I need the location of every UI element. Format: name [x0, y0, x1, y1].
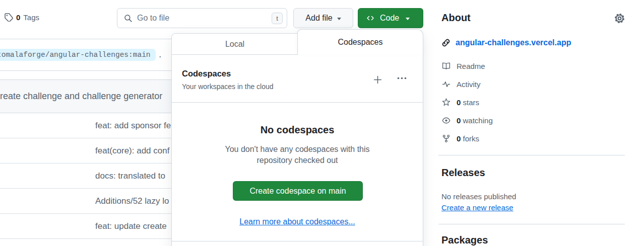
add-file-button[interactable]: Add file	[293, 8, 353, 28]
releases-title: Releases	[441, 167, 485, 179]
tab-codespaces[interactable]: Codespaces	[297, 29, 423, 54]
chevron-down-icon	[406, 18, 410, 20]
divider	[172, 241, 423, 241]
repo-website-link[interactable]: angular-challenges.vercel.app	[441, 38, 571, 47]
empty-state-description: You don't have any codespaces with this …	[217, 144, 378, 166]
divider	[438, 224, 625, 224]
readme-item[interactable]: Readme	[441, 57, 625, 75]
add-file-label: Add file	[305, 14, 332, 23]
fork-icon	[441, 134, 450, 143]
search-icon	[124, 14, 133, 23]
code-button[interactable]: Code	[358, 8, 423, 28]
pulse-icon	[441, 80, 450, 89]
code-dropdown-panel: Local Codespaces Your workspaces in the …	[171, 33, 423, 246]
tag-icon	[4, 13, 13, 22]
no-codespaces-empty-state: No codespaces You don't have any codespa…	[172, 124, 423, 166]
branch-ref-code: tomalaforge/angular-challenges:main	[0, 49, 156, 61]
link-icon	[441, 38, 450, 47]
eye-icon	[441, 116, 450, 125]
divider	[438, 155, 625, 155]
go-to-file-input[interactable]: Go to file t	[117, 8, 287, 28]
forks-item[interactable]: 0 forks	[441, 129, 625, 147]
latest-commit-message[interactable]: create challenge and challenge generator	[0, 91, 162, 102]
gear-icon[interactable]	[614, 13, 625, 24]
about-stats-list: Readme Activity 0 stars 0 watching	[441, 57, 625, 147]
create-release-link[interactable]: Create a new release	[441, 203, 513, 212]
codespaces-subtitle: Your workspaces in the cloud	[182, 83, 274, 91]
tab-local[interactable]: Local	[172, 34, 298, 55]
empty-state-title: No codespaces	[172, 124, 423, 136]
search-shortcut-key: t	[272, 13, 283, 24]
tags-count: 0	[16, 13, 20, 22]
new-codespace-plus-button[interactable]	[373, 75, 382, 85]
code-label: Code	[380, 14, 399, 23]
divider	[172, 102, 423, 103]
kebab-menu-icon[interactable]	[397, 77, 407, 79]
activity-item[interactable]: Activity	[441, 75, 625, 93]
github-repo-page: 0 Tags Go to file t Add file Code tomala…	[0, 0, 644, 246]
packages-title: Packages	[441, 234, 488, 246]
create-codespace-button[interactable]: Create codespace on main	[233, 181, 363, 201]
tags-label: Tags	[23, 13, 39, 22]
code-icon	[366, 14, 375, 22]
stars-item[interactable]: 0 stars	[441, 93, 625, 111]
learn-more-link[interactable]: Learn more about codespaces...	[172, 217, 423, 226]
chevron-down-icon	[337, 18, 341, 20]
book-icon	[441, 62, 450, 70]
search-placeholder: Go to file	[137, 14, 169, 23]
codespaces-title: Codespaces	[182, 69, 274, 78]
codespaces-header: Codespaces Your workspaces in the cloud	[182, 69, 274, 91]
watching-item[interactable]: 0 watching	[441, 111, 625, 129]
star-icon	[441, 98, 450, 107]
releases-empty-text: No releases published	[441, 192, 516, 201]
tags-summary[interactable]: 0 Tags	[4, 13, 39, 22]
about-title: About	[441, 12, 471, 24]
